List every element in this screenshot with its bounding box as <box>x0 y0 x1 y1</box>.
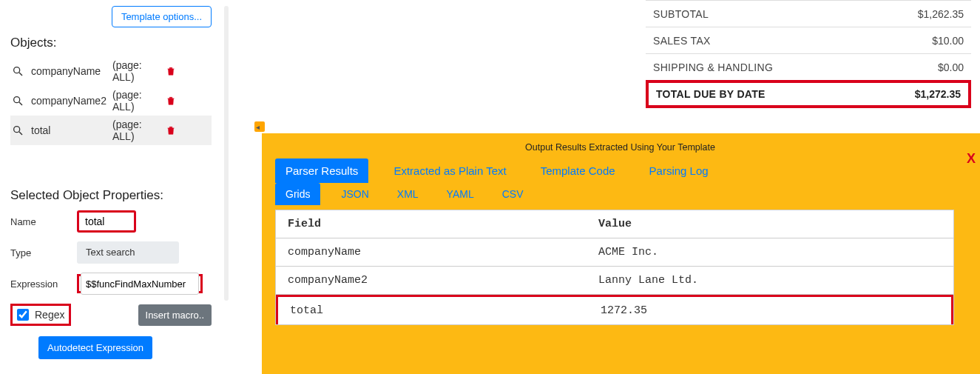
insert-macro-button[interactable]: Insert macro.. <box>138 304 212 326</box>
subtab-csv[interactable]: CSV <box>495 183 531 205</box>
subtabs-row: Grids JSON XML YAML CSV <box>275 183 965 205</box>
object-page: (page: ALL) <box>112 118 166 142</box>
search-icon <box>12 95 24 107</box>
invoice-value: $1,272.35 <box>915 88 961 100</box>
tab-parser-results[interactable]: Parser Results <box>275 158 368 183</box>
objects-list: companyName (page: ALL) companyName2 (pa… <box>10 56 212 145</box>
regex-highlight-box: Regex <box>10 304 71 326</box>
invoice-label: SHIPPING & HANDLING <box>653 61 773 73</box>
results-row: companyName2 Lanny Lane Ltd. <box>276 267 953 295</box>
autodetect-expression-button[interactable]: Autodetect Expression <box>38 336 152 359</box>
name-label: Name <box>10 216 77 227</box>
type-label: Type <box>10 247 77 258</box>
invoice-value: $10.00 <box>932 35 964 47</box>
subtab-xml[interactable]: XML <box>390 183 426 205</box>
invoice-row: SHIPPING & HANDLING $0.00 <box>646 53 971 80</box>
results-header: Field Value <box>276 210 953 238</box>
invoice-value: $0.00 <box>938 61 964 73</box>
invoice-label: TOTAL DUE BY DATE <box>656 88 766 100</box>
object-name: total <box>31 124 112 136</box>
svg-line-1 <box>19 73 22 76</box>
invoice-value: $1,262.35 <box>918 8 964 20</box>
subtab-yaml[interactable]: YAML <box>439 183 481 205</box>
results-field: companyName <box>276 238 587 266</box>
tabs-row: Parser Results Extracted as Plain Text T… <box>275 158 965 183</box>
collapse-panel-button[interactable] <box>254 121 265 132</box>
object-name: companyName2 <box>31 95 112 107</box>
selected-object-properties-title: Selected Object Properties: <box>10 188 212 203</box>
trash-icon[interactable] <box>166 66 176 76</box>
name-input[interactable] <box>77 210 136 233</box>
results-row: companyName ACME Inc. <box>276 238 953 267</box>
invoice-row: SUBTOTAL $1,262.35 <box>646 0 971 27</box>
svg-line-3 <box>19 102 22 105</box>
results-table: Field Value companyName ACME Inc. compan… <box>275 210 954 325</box>
invoice-label: SUBTOTAL <box>653 8 709 20</box>
expression-label: Expression <box>10 278 77 290</box>
left-panel: Template options... Objects: companyName… <box>0 0 222 374</box>
invoice-row: SALES TAX $10.00 <box>646 27 971 53</box>
results-header-field: Field <box>276 210 587 238</box>
output-title: Output Results Extracted Using Your Temp… <box>275 142 965 153</box>
prop-expression-row: Expression <box>10 273 212 295</box>
results-header-value: Value <box>587 210 953 238</box>
svg-point-2 <box>14 97 20 103</box>
prop-type-row: Type Text search <box>10 241 212 264</box>
results-field: total <box>278 297 589 324</box>
results-field: companyName2 <box>276 267 587 294</box>
search-icon <box>12 65 24 77</box>
regex-row: Regex Insert macro.. <box>10 304 212 326</box>
vertical-divider <box>224 6 229 301</box>
object-row[interactable]: total (page: ALL) <box>10 116 212 145</box>
objects-title: Objects: <box>10 36 212 50</box>
prop-name-row: Name <box>10 210 212 233</box>
subtab-grids[interactable]: Grids <box>275 183 320 205</box>
tab-extracted-plain-text[interactable]: Extracted as Plain Text <box>385 159 515 182</box>
trash-icon[interactable] <box>166 125 176 136</box>
template-options-button[interactable]: Template options... <box>112 6 212 27</box>
invoice-label: SALES TAX <box>653 35 711 47</box>
object-page: (page: ALL) <box>112 59 166 83</box>
invoice-summary-table: SUBTOTAL $1,262.35 SALES TAX $10.00 SHIP… <box>646 0 971 108</box>
regex-label: Regex <box>35 309 64 321</box>
svg-line-5 <box>19 132 22 135</box>
close-icon[interactable]: X <box>967 151 976 167</box>
results-value: ACME Inc. <box>587 238 953 266</box>
regex-checkbox[interactable] <box>17 309 29 321</box>
object-page: (page: ALL) <box>112 89 166 113</box>
expression-input[interactable] <box>81 273 199 295</box>
object-row[interactable]: companyName2 (page: ALL) <box>10 86 212 116</box>
tab-template-code[interactable]: Template Code <box>532 159 624 182</box>
trash-icon[interactable] <box>166 96 176 106</box>
results-value: 1272.35 <box>589 297 951 324</box>
tab-parsing-log[interactable]: Parsing Log <box>641 159 717 182</box>
svg-point-0 <box>14 67 20 73</box>
search-icon <box>12 124 24 136</box>
results-value: Lanny Lane Ltd. <box>587 267 953 294</box>
invoice-total-row: TOTAL DUE BY DATE $1,272.35 <box>646 80 971 108</box>
type-button[interactable]: Text search <box>77 241 179 264</box>
svg-point-4 <box>14 127 20 133</box>
subtab-json[interactable]: JSON <box>334 183 376 205</box>
right-panel: SUBTOTAL $1,262.35 SALES TAX $10.00 SHIP… <box>249 0 980 374</box>
output-panel: Output Results Extracted Using Your Temp… <box>262 133 980 374</box>
results-row-total: total 1272.35 <box>276 295 953 324</box>
object-name: companyName <box>31 65 112 77</box>
object-row[interactable]: companyName (page: ALL) <box>10 56 212 86</box>
